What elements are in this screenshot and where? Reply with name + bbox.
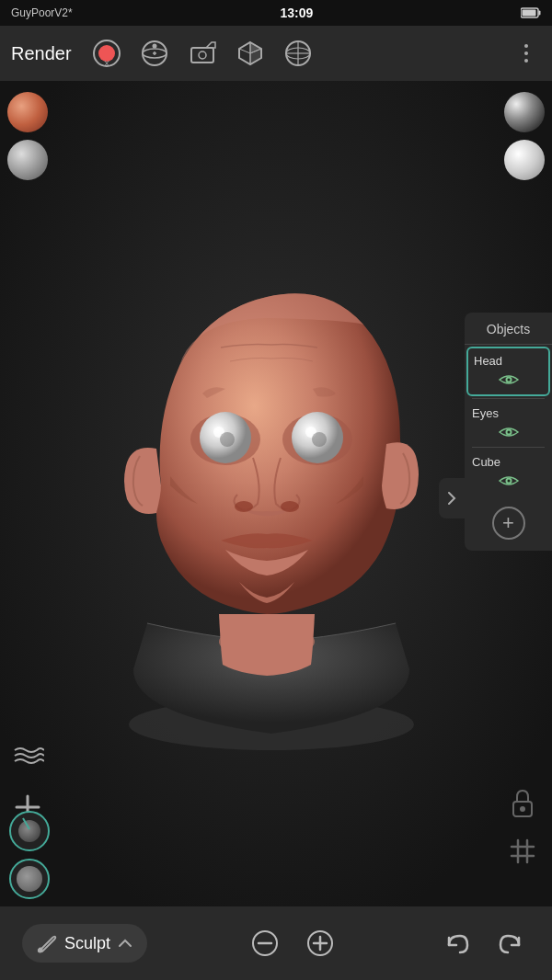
battery-indicator	[521, 7, 541, 18]
undo-redo-controls	[438, 925, 530, 962]
object-item-cube[interactable]: Cube	[465, 448, 552, 496]
chevron-right-icon	[446, 489, 457, 507]
white-material-sphere[interactable]	[504, 140, 545, 180]
zoom-in-icon	[305, 929, 335, 958]
svg-point-42	[507, 431, 510, 434]
object-name-head: Head	[474, 354, 502, 368]
right-material-panel	[497, 81, 552, 191]
redo-button[interactable]	[493, 925, 530, 962]
lock-button[interactable]	[504, 785, 541, 822]
top-toolbar: Render X	[0, 26, 552, 81]
svg-line-18	[239, 49, 250, 53]
sculpt-label: Sculpt	[64, 934, 110, 953]
right-bottom-icons	[504, 785, 541, 870]
svg-point-46	[520, 806, 525, 812]
svg-rect-11	[191, 48, 213, 63]
clay-material-sphere[interactable]	[7, 92, 48, 132]
more-menu-button[interactable]	[512, 39, 541, 68]
chevron-up-icon	[118, 939, 132, 948]
svg-point-8	[152, 44, 156, 49]
grid-icon	[510, 838, 535, 864]
svg-point-51	[39, 948, 43, 952]
dial-inner	[18, 820, 40, 842]
metal-material-sphere[interactable]	[504, 92, 545, 132]
left-bottom-tools	[4, 811, 55, 899]
svg-point-44	[507, 480, 510, 483]
zoom-out-icon	[250, 929, 280, 958]
camera-icon	[186, 37, 219, 70]
zoom-in-button[interactable]	[302, 925, 339, 962]
gyro-button[interactable]	[134, 33, 175, 74]
objects-panel: Objects Head Eyes Cube	[465, 313, 552, 551]
more-dot	[524, 59, 528, 63]
object-item-head[interactable]: Head	[466, 347, 550, 396]
object-name-eyes: Eyes	[472, 406, 499, 420]
add-object-section: +	[465, 496, 552, 543]
toolbar-title: Render	[11, 43, 72, 64]
more-dot	[524, 51, 528, 55]
grid-button[interactable]	[504, 833, 541, 870]
panel-toggle-button[interactable]	[439, 478, 465, 518]
object-name-cube: Cube	[472, 455, 500, 469]
left-material-panel	[0, 81, 55, 191]
waves-tool-button[interactable]	[9, 737, 46, 774]
eye-icon-head	[498, 372, 520, 387]
object-eye-eyes[interactable]	[472, 421, 545, 445]
svg-point-40	[507, 379, 510, 382]
sculpt-button[interactable]: Sculpt	[22, 924, 147, 963]
bottom-toolbar: Sculpt	[0, 906, 552, 980]
objects-panel-header: Objects	[465, 313, 552, 345]
eye-icon-eyes	[498, 425, 520, 439]
object-item-eyes[interactable]: Eyes	[465, 399, 552, 447]
svg-point-13	[199, 51, 206, 59]
svg-point-36	[281, 501, 299, 512]
cube-icon	[234, 37, 267, 70]
svg-text:X: X	[104, 59, 109, 68]
grey-material-sphere[interactable]	[7, 140, 48, 180]
gyro-icon	[138, 37, 171, 70]
globe-icon	[282, 37, 315, 70]
lock-icon	[510, 789, 535, 818]
svg-point-33	[220, 432, 235, 447]
svg-rect-2	[522, 10, 535, 17]
brush-icon	[37, 933, 57, 953]
globe-button[interactable]	[278, 33, 318, 74]
redo-icon	[497, 929, 526, 958]
brush-size-button[interactable]	[9, 859, 50, 899]
svg-rect-1	[538, 11, 540, 16]
status-bar: GuyPoorV2* 13:09	[0, 0, 552, 26]
record-icon: X	[90, 37, 123, 70]
app-name: GuyPoorV2*	[11, 6, 73, 19]
eye-icon-cube	[498, 473, 520, 488]
intensity-dial[interactable]	[9, 811, 50, 851]
svg-point-35	[235, 501, 253, 512]
battery-icon	[521, 7, 541, 18]
record-button[interactable]: X	[86, 33, 127, 74]
svg-point-34	[312, 432, 327, 447]
object-eye-head[interactable]	[474, 369, 543, 393]
undo-button[interactable]	[438, 925, 475, 962]
more-dot	[524, 44, 528, 48]
cube-button[interactable]	[230, 33, 270, 74]
object-eye-cube[interactable]	[472, 470, 545, 494]
zoom-controls	[247, 925, 339, 962]
brush-size-sphere	[17, 866, 42, 892]
undo-icon	[442, 929, 471, 958]
waves-icon	[11, 739, 44, 772]
add-object-button[interactable]: +	[492, 507, 525, 540]
clock: 13:09	[280, 6, 313, 20]
camera-button[interactable]	[182, 33, 223, 74]
zoom-out-button[interactable]	[247, 925, 283, 962]
